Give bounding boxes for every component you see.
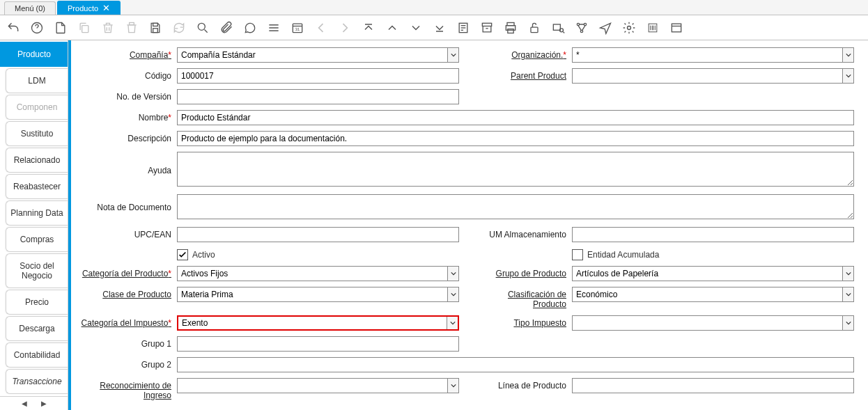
chevron-down-icon[interactable] [842,316,853,330]
chevron-down-icon[interactable] [447,379,458,393]
chevron-down-icon[interactable] [842,48,853,62]
lock-icon[interactable] [527,20,542,36]
activo-checkbox[interactable] [177,249,188,260]
chevron-down-icon[interactable] [447,267,458,281]
label-organizacion[interactable]: Organización.* [473,47,572,60]
gear-icon[interactable] [621,20,637,36]
reconocimiento-ingreso-input[interactable] [178,379,447,393]
chevron-down-icon[interactable] [447,317,458,329]
sidebar-scroll-left-icon[interactable]: ◀ [22,400,27,407]
no-version-input[interactable] [177,89,459,104]
label-no-version: No. de Versión [78,89,177,102]
sidebar-item-socio-negocio[interactable]: Socio del Negocio [6,253,68,288]
label-reconocimiento-ingreso[interactable]: Reconocimiento de Ingreso [78,378,177,401]
sidebar-item-ldm[interactable]: LDM [6,68,68,93]
label-clasificacion-producto[interactable]: Clasificación de Producto [473,287,572,310]
reconocimiento-ingreso-combo[interactable] [177,378,459,393]
report-icon[interactable] [456,20,471,36]
label-parent-product[interactable]: Parent Product [473,68,572,81]
codigo-input[interactable] [177,68,459,84]
chat-icon[interactable] [242,20,258,36]
grid-toggle-icon[interactable] [266,20,281,36]
categoria-producto-combo[interactable] [177,266,459,281]
categoria-impuesto-input[interactable] [178,317,447,329]
parent-product-combo[interactable] [572,68,854,84]
send-icon[interactable] [598,20,613,36]
sidebar-item-sustituto[interactable]: Sustituto [6,121,68,146]
label-categoria-impuesto[interactable]: Categoría del Impuesto* [78,315,177,328]
sidebar-item-relacionado[interactable]: Relacionado [6,148,68,173]
chevron-down-icon[interactable] [842,69,853,83]
clase-producto-input[interactable] [178,287,447,301]
clasificacion-producto-combo[interactable] [572,287,854,302]
tab-producto[interactable]: Producto ✕ [57,1,121,15]
down-icon[interactable] [408,20,424,36]
organizacion-combo[interactable] [572,47,854,63]
svg-rect-1 [82,25,88,32]
chevron-down-icon[interactable] [842,287,853,301]
archive-icon[interactable] [479,20,495,36]
parent-product-input[interactable] [573,69,842,83]
sidebar-item-reabastecer[interactable]: Reabastecer [6,174,68,199]
sidebar-item-producto[interactable]: Producto [0,42,68,67]
up-icon[interactable] [385,20,400,36]
ayuda-textarea[interactable] [177,152,854,187]
svg-rect-18 [482,23,491,26]
clasificacion-producto-input[interactable] [573,287,842,301]
product-info-icon[interactable] [645,20,660,36]
categoria-impuesto-combo[interactable] [177,315,459,331]
linea-producto-input[interactable] [572,378,854,393]
workflow-icon[interactable] [574,20,589,36]
grupo1-input[interactable] [177,336,459,352]
grupo-producto-input[interactable] [573,267,842,281]
sidebar-item-descarga[interactable]: Descarga [6,316,68,341]
search-icon[interactable] [195,20,210,36]
sidebar-item-precio[interactable]: Precio [6,290,68,315]
compania-input[interactable] [178,48,447,62]
compania-combo[interactable] [177,47,459,63]
chevron-down-icon[interactable] [842,267,853,281]
label-clase-producto[interactable]: Clase de Producto [78,287,177,299]
label-entidad-acumulada: Entidad Acumulada [587,250,659,260]
window-icon[interactable] [669,20,684,36]
label-linea-producto: Línea de Producto [473,378,572,391]
organizacion-input[interactable] [573,48,842,62]
sidebar-item-compras[interactable]: Compras [6,227,68,252]
descripcion-input[interactable] [177,131,854,146]
label-grupo-producto[interactable]: Grupo de Producto [473,266,572,278]
tipo-impuesto-combo[interactable] [572,315,854,331]
last-icon[interactable] [432,20,447,36]
close-icon[interactable]: ✕ [102,3,110,13]
grupo2-input[interactable] [177,357,854,372]
chevron-down-icon[interactable] [447,287,458,301]
new-icon[interactable] [53,20,68,36]
undo-icon[interactable] [6,20,21,36]
first-icon[interactable] [361,20,376,36]
sidebar-item-transacciones[interactable]: Transaccione [6,369,68,394]
zoom-across-icon[interactable] [550,20,566,36]
nota-documento-textarea[interactable] [177,194,854,219]
sidebar-scroll-right-icon[interactable]: ▶ [41,400,47,407]
chevron-down-icon[interactable] [447,48,458,62]
sidebar-item-planning-data[interactable]: Planning Data [6,200,68,226]
clase-producto-combo[interactable] [177,287,459,302]
label-compania[interactable]: Compañía* [78,47,177,60]
calendar-icon[interactable]: 31 [290,20,305,36]
attachment-icon[interactable] [219,20,234,36]
tipo-impuesto-input[interactable] [573,316,842,330]
categoria-producto-input[interactable] [178,267,447,281]
label-tipo-impuesto[interactable]: Tipo Impuesto [473,315,572,328]
um-almacenamiento-input[interactable] [572,227,854,242]
sidebar-item-componentes[interactable]: Componen [6,95,68,120]
tab-menu[interactable]: Menú (0) [4,1,56,15]
save-icon[interactable] [148,20,163,36]
label-categoria-producto[interactable]: Categoría del Producto* [78,266,177,278]
grupo-producto-combo[interactable] [572,266,854,281]
sidebar-item-contabilidad[interactable]: Contabilidad [6,342,68,368]
nombre-input[interactable] [177,110,854,125]
label-nota-documento: Nota de Documento [78,194,177,212]
upc-ean-input[interactable] [177,227,459,242]
help-icon[interactable] [29,20,45,36]
entidad-acumulada-checkbox[interactable] [572,249,583,260]
print-icon[interactable] [503,20,518,36]
